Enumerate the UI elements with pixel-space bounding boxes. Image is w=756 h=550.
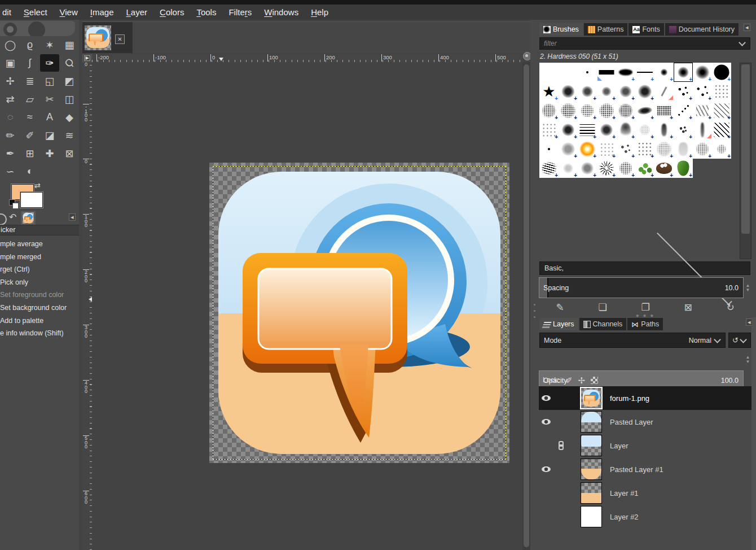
canvas-viewport[interactable] <box>92 62 522 550</box>
menu-item-help[interactable]: Help <box>305 5 335 19</box>
lock-pixels-icon[interactable]: ✐ <box>565 376 573 385</box>
brush-cell[interactable]: + <box>654 139 674 159</box>
dockable-tab-document-history[interactable]: Document History <box>665 23 739 36</box>
brush-cell[interactable]: + <box>539 101 559 120</box>
pencil-tool[interactable]: ✏ <box>1 126 20 144</box>
menu-item-layer[interactable]: Layer <box>120 5 154 19</box>
brush-cell[interactable]: + <box>559 101 578 120</box>
brush-cell[interactable]: + <box>559 139 578 159</box>
brush-cell[interactable]: + <box>712 63 731 82</box>
brush-cell[interactable]: + <box>559 159 578 178</box>
brush-cell[interactable]: + <box>674 82 693 101</box>
brush-cell[interactable]: + <box>578 139 597 159</box>
brush-cell[interactable]: + <box>635 63 654 82</box>
layer-list-scrollbar[interactable] <box>751 317 756 550</box>
duplicate-brush-button[interactable]: ❐ <box>641 303 649 312</box>
tool-option-item[interactable]: Set background color <box>0 302 78 315</box>
tool-options-tab-icon[interactable] <box>0 213 7 225</box>
visibility-toggle[interactable] <box>539 395 553 401</box>
brush-cell[interactable]: + <box>616 63 635 82</box>
tool-option-item[interactable]: e info window (Shift) <box>0 327 78 340</box>
unified-transform-tool[interactable]: ◩ <box>60 72 79 90</box>
brush-cell[interactable]: + <box>635 82 654 101</box>
brush-cell[interactable]: + <box>635 159 654 178</box>
swap-colors-icon[interactable]: ⇄ <box>34 181 41 190</box>
tool-option-item[interactable]: mple merged <box>0 251 78 264</box>
brush-cell[interactable]: + <box>635 101 654 120</box>
background-color-swatch[interactable] <box>20 192 43 208</box>
vertical-ruler[interactable]: - 2 0 0- 1 0 001 0 02 0 03 0 04 0 05 0 0… <box>82 62 93 550</box>
select-by-color-tool[interactable]: ▦ <box>60 36 79 54</box>
brush-cell[interactable] <box>597 63 616 82</box>
smudge-tool[interactable]: ∽ <box>1 163 20 180</box>
brush-cell[interactable]: + <box>539 159 559 178</box>
brush-cell[interactable]: + <box>616 139 635 159</box>
scissors-select-tool[interactable]: ✂ <box>40 90 59 108</box>
edit-brush-button[interactable]: ✎ <box>556 303 564 312</box>
brush-cell[interactable]: + <box>674 159 693 178</box>
brush-cell[interactable]: + <box>616 120 635 139</box>
tool-option-item[interactable]: Add to palette <box>0 315 78 328</box>
brush-cell[interactable]: + <box>674 101 693 120</box>
paintbrush-tool[interactable]: ✐ <box>20 126 39 144</box>
brush-cell[interactable]: + <box>712 120 731 139</box>
menu-item-tools[interactable]: Tools <box>190 5 222 19</box>
chevron-down-icon[interactable] <box>739 39 746 46</box>
brush-cell[interactable] <box>712 82 731 101</box>
heal-tool[interactable]: ✚ <box>40 145 59 162</box>
opacity-spinner[interactable]: ▲▼ <box>744 350 752 370</box>
warp-transform-tool[interactable]: ≈ <box>20 108 39 126</box>
refresh-brushes-button[interactable]: ↻ <box>726 303 734 312</box>
eraser-tool[interactable]: ◪ <box>40 126 59 144</box>
brush-filter-input[interactable] <box>540 40 736 47</box>
zoom-tool[interactable]: Ϙ <box>60 54 79 72</box>
menu-item-colors[interactable]: Colors <box>153 5 190 19</box>
brush-cell[interactable]: + <box>559 82 578 101</box>
brush-cell[interactable] <box>712 159 731 178</box>
brush-cell[interactable] <box>654 82 674 101</box>
new-brush-button[interactable]: ❏ <box>598 303 606 312</box>
menu-item-windows[interactable]: Windows <box>258 5 305 19</box>
brush-cell[interactable]: + <box>597 120 616 139</box>
brush-cell[interactable]: + <box>654 101 674 120</box>
foreground-select-tool[interactable]: ▣ <box>1 54 20 72</box>
canvas-vertical-scrollbar[interactable] <box>522 62 530 550</box>
menu-item-filters[interactable]: Filters <box>222 5 258 19</box>
brush-cell[interactable]: + <box>559 120 578 139</box>
brush-cell[interactable]: + <box>597 159 616 178</box>
perspective-clone-tool[interactable]: ⊠ <box>60 145 79 162</box>
undo-history-tab-icon[interactable]: ↶ <box>9 212 16 222</box>
cage-transform-tool[interactable]: ◌ <box>1 108 20 126</box>
brush-cell[interactable]: + <box>616 159 635 178</box>
layer-row[interactable]: Layer #1 <box>539 481 751 505</box>
brush-cell[interactable]: + <box>635 120 654 139</box>
visibility-toggle[interactable] <box>539 419 553 425</box>
chain-toggle[interactable] <box>553 441 568 450</box>
panel-collapse-icon[interactable]: ◂ <box>744 24 750 31</box>
brush-cell[interactable]: + <box>597 82 616 101</box>
image-tab[interactable] <box>82 22 133 53</box>
brush-cell[interactable]: + <box>539 120 559 139</box>
menu-item-image[interactable]: Image <box>84 5 120 19</box>
close-tab-icon[interactable]: ✕ <box>115 34 125 44</box>
brush-cell[interactable]: + <box>578 101 597 120</box>
spacing-spinner[interactable]: ▲▼ <box>744 277 752 298</box>
brush-cell[interactable]: + <box>674 120 693 139</box>
mode-switch-button[interactable]: ↺ <box>728 333 751 348</box>
brush-cell[interactable]: + <box>693 101 712 120</box>
brush-cell[interactable]: + <box>616 82 635 101</box>
dockable-tab-paths[interactable]: ⋈Paths <box>627 318 663 330</box>
tool-option-item[interactable]: Set foreground color <box>0 289 78 302</box>
brush-cell[interactable]: + <box>654 63 674 82</box>
dockable-tab-fonts[interactable]: AaFonts <box>628 23 663 36</box>
brush-cell[interactable]: + <box>693 139 712 159</box>
brush-set-select[interactable]: Basic, <box>539 261 750 275</box>
brush-cell[interactable]: + <box>674 63 693 82</box>
tool-option-item[interactable]: rget (Ctrl) <box>0 263 78 276</box>
crop-tool[interactable]: ◱ <box>40 72 59 90</box>
free-select-tool[interactable]: ϱ <box>20 36 39 54</box>
tool-option-item[interactable]: Pick only <box>0 276 78 289</box>
brush-grid-scrollbar[interactable] <box>740 63 751 259</box>
ruler-corner-menu-button[interactable]: ▶ <box>82 54 92 62</box>
brush-cell[interactable]: + <box>635 139 654 159</box>
